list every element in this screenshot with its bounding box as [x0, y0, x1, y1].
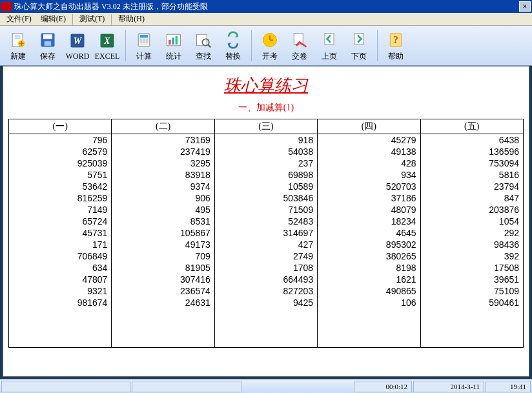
- svg-rect-5: [43, 34, 52, 39]
- table-cell: 2749: [214, 250, 317, 262]
- table-row: 9250393295237428753094: [9, 157, 524, 169]
- table-header: (三): [214, 119, 317, 134]
- prev-button[interactable]: 上页: [315, 28, 343, 63]
- word-button[interactable]: W WORD: [63, 28, 92, 63]
- calc-button[interactable]: 计算: [130, 28, 158, 63]
- table-row: 71494957150948079203876: [9, 204, 524, 216]
- stat-label: 统计: [166, 51, 181, 62]
- svg-text:W: W: [74, 36, 83, 46]
- table-row: 81625990650384637186847: [9, 192, 524, 204]
- status-time: 19:41: [486, 381, 531, 392]
- table-cell: 827203: [214, 285, 317, 297]
- table-cell: 307416: [112, 274, 214, 285]
- status-date: 2014-3-11: [413, 381, 484, 392]
- table-cell: 48079: [318, 204, 420, 216]
- table-cell: 981674: [9, 297, 112, 348]
- table-cell: 796: [9, 134, 112, 146]
- table-row: 457311058673146974645292: [9, 227, 524, 239]
- table-cell: 895302: [318, 239, 420, 250]
- close-button[interactable]: ×: [519, 1, 531, 12]
- table-cell: 918: [214, 134, 317, 146]
- save-icon: [37, 30, 58, 50]
- svg-rect-23: [197, 34, 207, 46]
- table-row: 634819051708819817508: [9, 262, 524, 274]
- table-cell: 520703: [318, 181, 420, 192]
- table-cell: 1621: [318, 274, 420, 285]
- table-cell: 392: [420, 250, 523, 262]
- table-cell: 171: [9, 239, 112, 250]
- table-cell: 906: [112, 192, 214, 204]
- table-cell: 45279: [318, 134, 420, 146]
- menu-edit[interactable]: 编辑(E): [37, 12, 70, 26]
- next-label: 下页: [351, 51, 367, 62]
- svg-text:?: ?: [393, 34, 398, 45]
- menu-test[interactable]: 测试(T): [76, 12, 108, 26]
- table-cell: 1708: [214, 262, 317, 274]
- svg-rect-20: [169, 40, 171, 45]
- document-subtitle: 一、加减算(1): [3, 102, 529, 114]
- next-button[interactable]: 下页: [345, 28, 373, 63]
- new-icon: [8, 30, 28, 50]
- table-header: (二): [112, 119, 214, 134]
- table-cell: 73169: [112, 134, 214, 146]
- table-cell: 427: [214, 239, 317, 250]
- table-cell: 105867: [112, 227, 214, 239]
- toolbar-separator: [125, 30, 126, 61]
- stat-button[interactable]: 统计: [159, 28, 188, 63]
- svg-rect-16: [140, 41, 143, 43]
- start-button[interactable]: 开考: [256, 28, 284, 63]
- next-icon: [349, 30, 369, 50]
- new-label: 新建: [10, 51, 26, 62]
- excel-label: EXCEL: [95, 52, 120, 61]
- toolbar: 新建 保存 W WORD X EXCEL 计算 统计 查找 替换 开考 交卷 上…: [0, 26, 532, 66]
- table-cell: 75109: [420, 285, 523, 297]
- excel-button[interactable]: X EXCEL: [93, 28, 121, 63]
- svg-text:X: X: [103, 36, 110, 46]
- svg-rect-22: [176, 35, 178, 44]
- help-button[interactable]: ? 帮助: [382, 28, 410, 63]
- table-cell: 39651: [420, 274, 523, 285]
- menu-separator: [72, 14, 73, 25]
- table-cell: 9425: [214, 297, 317, 348]
- table-row: 5364293741058952070323794: [9, 181, 524, 192]
- table-header: (一): [9, 119, 112, 134]
- submit-button[interactable]: 交卷: [285, 28, 314, 63]
- table-row: 625792374195403849138136596: [9, 146, 524, 157]
- table-cell: 69898: [214, 169, 317, 181]
- table-cell: 6438: [420, 134, 523, 146]
- table-cell: 49173: [112, 239, 214, 250]
- table-row: 1714917342789530298436: [9, 239, 524, 250]
- word-label: WORD: [66, 52, 90, 61]
- table-cell: 17508: [420, 262, 523, 274]
- table-cell: 236574: [112, 285, 214, 297]
- table-row: 7068497092749380265392: [9, 250, 524, 262]
- find-label: 查找: [196, 51, 211, 62]
- table-cell: 490865: [318, 285, 420, 297]
- table-cell: 934: [318, 169, 420, 181]
- table-cell: 136596: [420, 146, 523, 157]
- menu-file[interactable]: 文件(F): [3, 12, 36, 26]
- table-cell: 380265: [318, 250, 420, 262]
- table-cell: 7149: [9, 204, 112, 216]
- save-button[interactable]: 保存: [34, 28, 62, 63]
- menu-help[interactable]: 帮助(H): [114, 12, 148, 26]
- table-cell: 81905: [112, 262, 214, 274]
- prev-icon: [319, 30, 340, 50]
- find-icon: [193, 30, 214, 50]
- svg-rect-15: [146, 39, 148, 41]
- new-button[interactable]: 新建: [4, 28, 32, 63]
- table-cell: 503846: [214, 192, 317, 204]
- find-button[interactable]: 查找: [189, 28, 218, 63]
- replace-icon: [223, 30, 243, 50]
- table-cell: 3295: [112, 157, 214, 169]
- table-cell: 8198: [318, 262, 420, 274]
- table-cell: 62579: [9, 146, 112, 157]
- table-cell: 98436: [420, 239, 523, 250]
- table-cell: 428: [318, 157, 420, 169]
- table-row: 575183918698989345816: [9, 169, 524, 181]
- table-cell: 10589: [214, 181, 317, 192]
- table-row: 65724853152483182341054: [9, 216, 524, 227]
- svg-rect-14: [143, 39, 145, 41]
- help-label: 帮助: [388, 51, 404, 62]
- replace-button[interactable]: 替换: [219, 28, 247, 63]
